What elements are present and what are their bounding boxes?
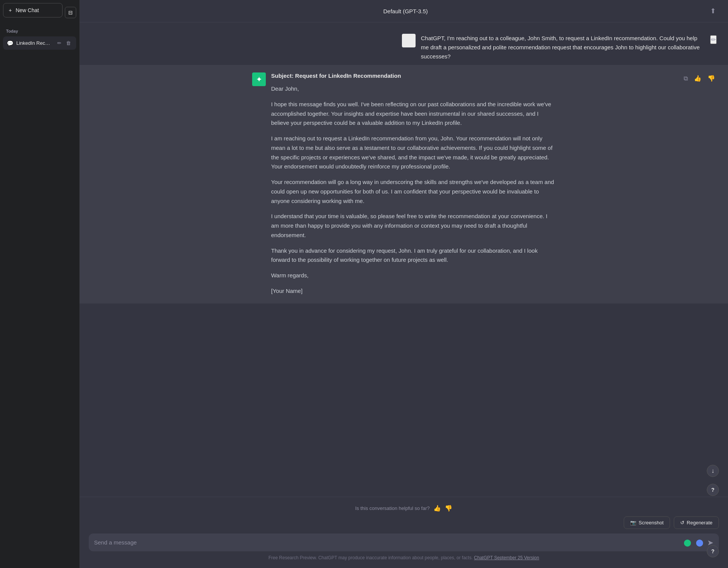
- helpful-thumbs-down-icon: 👎: [445, 505, 452, 511]
- assistant-body: Dear John, I hope this message finds you…: [271, 84, 555, 296]
- trash-icon: 🗑: [66, 40, 71, 46]
- plus-icon: +: [9, 7, 12, 13]
- copy-button[interactable]: ⧉: [682, 74, 689, 83]
- assistant-avatar: ✦: [252, 72, 266, 86]
- new-chat-button[interactable]: + New Chat: [3, 3, 63, 17]
- helpful-thumbs-up-button[interactable]: 👍: [433, 505, 441, 512]
- question-mark-icon: ?: [711, 487, 715, 493]
- user-avatar: [402, 34, 416, 47]
- plugin-icon-2: ⬤: [696, 539, 703, 546]
- help-button-mid[interactable]: ?: [707, 484, 719, 496]
- para-5: Thank you in advance for considering my …: [271, 246, 555, 265]
- today-label: Today: [3, 27, 76, 35]
- helpful-thumbs-down-button[interactable]: 👎: [445, 505, 452, 512]
- assistant-actions: ⧉ 👍 👎: [682, 73, 717, 83]
- scroll-down-icon: ↓: [711, 467, 714, 474]
- plugin-icon-2-button[interactable]: ⬤: [695, 537, 704, 548]
- thumbs-up-button[interactable]: 👍: [692, 73, 703, 83]
- bottom-action-row: 📷 Screenshot ↺ Regenerate: [89, 516, 719, 529]
- share-icon: ⬆: [710, 7, 716, 15]
- chat-history-item[interactable]: 💬 LinkedIn Recommend ✏ 🗑: [3, 36, 76, 50]
- copy-icon: ⧉: [684, 75, 688, 82]
- input-row: ⬤ ⬤ ➤: [89, 533, 719, 551]
- helpful-bar: Is this conversation helpful so far? 👍 👎: [89, 502, 719, 516]
- para-0: Dear John,: [271, 84, 555, 94]
- regenerate-label: Regenerate: [687, 520, 712, 526]
- footer-text: Free Research Preview. ChatGPT may produ…: [268, 555, 473, 560]
- para-3: Your recommendation will go a long way i…: [271, 178, 555, 206]
- message-input[interactable]: [94, 539, 679, 546]
- para-7: [Your Name]: [271, 286, 555, 296]
- helpful-label: Is this conversation helpful so far?: [355, 505, 430, 511]
- plugin-icon-1-button[interactable]: ⬤: [683, 537, 692, 548]
- help-button-bottom[interactable]: ?: [707, 545, 719, 557]
- thumbs-down-button[interactable]: 👎: [706, 73, 717, 83]
- helpful-thumbs-up-icon: 👍: [433, 505, 441, 511]
- regenerate-button[interactable]: ↺ Regenerate: [674, 516, 719, 529]
- user-message-row: ChatGPT, I'm reaching out to a colleague…: [80, 30, 728, 65]
- para-6: Warm regards,: [271, 271, 555, 280]
- scroll-down-button[interactable]: ↓: [707, 465, 719, 477]
- screenshot-label: Screenshot: [639, 520, 664, 526]
- para-1: I hope this message finds you well. I've…: [271, 100, 555, 128]
- edit-icon: ✏: [57, 40, 61, 46]
- thumbs-down-icon: 👎: [708, 75, 715, 82]
- screenshot-icon: 📷: [630, 520, 636, 526]
- share-button[interactable]: ⬆: [707, 5, 719, 17]
- assistant-message-row: ✦ Subject: Request for LinkedIn Recommen…: [80, 65, 728, 304]
- sidebar-toggle-button[interactable]: ⊟: [65, 7, 76, 18]
- screenshot-button[interactable]: 📷 Screenshot: [624, 516, 670, 529]
- regenerate-icon: ↺: [680, 520, 684, 526]
- para-4: I understand that your time is valuable,…: [271, 212, 555, 240]
- edit-icon: ✏: [711, 36, 716, 43]
- chat-icon: 💬: [7, 40, 13, 46]
- assistant-subject: Subject: Request for LinkedIn Recommenda…: [271, 72, 555, 79]
- main-content: Default (GPT-3.5) ⬆ ChatGPT, I'm reachin…: [80, 0, 728, 568]
- footer-disclaimer: Free Research Preview. ChatGPT may produ…: [89, 555, 719, 562]
- bottom-area: Is this conversation helpful so far? 👍 👎…: [80, 497, 728, 568]
- edit-message-button[interactable]: ✏: [710, 35, 717, 44]
- delete-chat-button[interactable]: 🗑: [64, 39, 72, 47]
- footer-link[interactable]: ChatGPT September 25 Version: [474, 555, 539, 560]
- chat-item-actions: ✏ 🗑: [56, 39, 72, 47]
- para-2: I am reaching out to request a LinkedIn …: [271, 134, 555, 172]
- assistant-message-content: ✦ Subject: Request for LinkedIn Recommen…: [252, 72, 555, 296]
- new-chat-label: New Chat: [16, 7, 39, 13]
- assistant-text: Subject: Request for LinkedIn Recommenda…: [271, 72, 555, 296]
- model-title: Default (GPT-3.5): [383, 8, 428, 14]
- toggle-icon: ⊟: [68, 9, 73, 16]
- user-message-text: ChatGPT, I'm reaching out to a colleague…: [421, 34, 705, 61]
- thumbs-up-icon: 👍: [694, 75, 701, 82]
- question-mark-icon-2: ?: [711, 548, 715, 554]
- user-message-content: ChatGPT, I'm reaching out to a colleague…: [402, 34, 705, 61]
- messages-area: ChatGPT, I'm reaching out to a colleague…: [80, 22, 728, 497]
- plugin-icon-1: ⬤: [684, 539, 691, 546]
- gpt-logo-icon: ✦: [256, 75, 262, 84]
- sidebar: + New Chat ⊟ Today 💬 LinkedIn Recommend …: [0, 0, 80, 568]
- chat-item-label: LinkedIn Recommend: [16, 40, 53, 46]
- edit-chat-button[interactable]: ✏: [56, 39, 63, 47]
- main-header: Default (GPT-3.5) ⬆: [80, 0, 728, 22]
